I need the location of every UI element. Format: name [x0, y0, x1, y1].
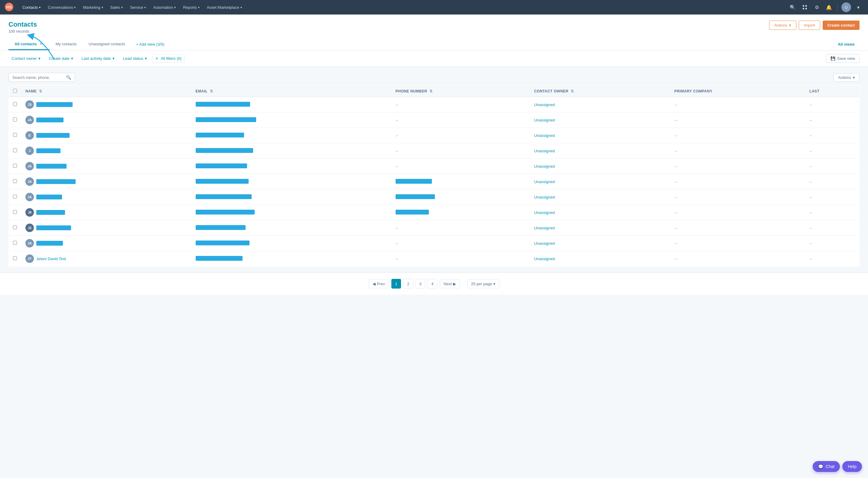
owner-link[interactable]: Unassigned	[534, 195, 555, 199]
apps-icon[interactable]	[800, 2, 810, 12]
phone-sort-icon[interactable]: ⇅	[430, 89, 433, 93]
owner-sort-icon[interactable]: ⇅	[571, 89, 574, 93]
email-sort-icon[interactable]: ⇅	[210, 89, 213, 93]
nav-conversations[interactable]: Conversations ▾	[45, 3, 79, 11]
row-checkbox-cell[interactable]	[9, 159, 22, 174]
table-area: 🔍 Actions ▾ NAME ⇅ EMAIL ⇅ PH	[0, 67, 868, 273]
contact-name-link[interactable]: Jelani David Test	[36, 257, 66, 261]
name-cell: JA	[21, 112, 191, 128]
save-view-button[interactable]: 💾 Save view	[826, 54, 860, 63]
owner-link[interactable]: Unassigned	[534, 257, 555, 261]
search-icon[interactable]: 🔍	[788, 2, 798, 12]
page-2-button[interactable]: 2	[403, 279, 413, 288]
all-views-button[interactable]: All views	[833, 39, 860, 49]
row-checkbox-cell[interactable]	[9, 128, 22, 143]
nav-asset-marketplace[interactable]: Asset Marketplace ▾	[204, 3, 245, 11]
nav-reports[interactable]: Reports ▾	[180, 3, 203, 11]
select-all-checkbox[interactable]	[13, 89, 17, 93]
add-view-button[interactable]: + Add view (3/5)	[131, 39, 169, 49]
search-input[interactable]	[12, 75, 63, 80]
create-date-filter[interactable]: Create date ▾	[46, 55, 76, 62]
filter-lines-icon: ≡	[156, 56, 158, 61]
page-1-button[interactable]: 1	[391, 279, 401, 288]
company-cell: --	[670, 174, 805, 190]
row-checkbox[interactable]	[13, 179, 17, 183]
row-checkbox-cell[interactable]	[9, 143, 22, 159]
company-cell: --	[670, 236, 805, 251]
nav-contacts[interactable]: Contacts ▾	[19, 3, 43, 11]
row-checkbox-cell[interactable]	[9, 190, 22, 205]
notifications-icon[interactable]: 🔔	[824, 2, 834, 12]
user-avatar[interactable]: U	[841, 2, 851, 12]
row-checkbox[interactable]	[13, 195, 17, 199]
tab-my-contacts[interactable]: My contacts	[50, 39, 83, 50]
col-email: EMAIL ⇅	[191, 86, 391, 97]
all-filters-button[interactable]: ≡ All filters (0)	[152, 55, 185, 63]
owner-link[interactable]: Unassigned	[534, 226, 555, 230]
per-page-selector[interactable]: 25 per page ▾	[467, 279, 499, 288]
row-checkbox-cell[interactable]	[9, 220, 22, 236]
name-redacted	[36, 133, 69, 138]
lead-status-caret-icon: ▾	[145, 56, 147, 61]
create-contact-button[interactable]: Create contact	[823, 21, 860, 30]
nav-service[interactable]: Service ▾	[127, 3, 149, 11]
nav-sales[interactable]: Sales ▾	[107, 3, 126, 11]
row-checkbox[interactable]	[13, 133, 17, 137]
company-cell: --	[670, 205, 805, 220]
row-checkbox-cell[interactable]	[9, 112, 22, 128]
owner-link[interactable]: Unassigned	[534, 118, 555, 123]
tab-unassigned-contacts[interactable]: Unassigned contacts	[83, 39, 131, 50]
tab-close-icon[interactable]: ✕	[39, 41, 43, 46]
last-activity-date-filter[interactable]: Last activity date ▾	[79, 55, 118, 62]
hubspot-logo[interactable]: HS	[5, 3, 16, 12]
company-cell: --	[670, 97, 805, 112]
row-checkbox[interactable]	[13, 256, 17, 260]
company-value: --	[675, 226, 677, 230]
row-checkbox[interactable]	[13, 117, 17, 122]
row-checkbox[interactable]	[13, 226, 17, 229]
owner-cell: Unassigned	[530, 205, 670, 220]
row-checkbox-cell[interactable]	[9, 205, 22, 220]
row-checkbox-cell[interactable]	[9, 97, 22, 112]
owner-link[interactable]: Unassigned	[534, 102, 555, 107]
table-row: JTJelani David Test--Unassigned----	[9, 251, 860, 267]
row-checkbox[interactable]	[13, 210, 17, 214]
select-all-cell[interactable]	[9, 86, 22, 97]
row-checkbox[interactable]	[13, 241, 17, 245]
page-3-button[interactable]: 3	[415, 279, 425, 288]
owner-link[interactable]: Unassigned	[534, 149, 555, 153]
owner-link[interactable]: Unassigned	[534, 179, 555, 184]
nav-marketing[interactable]: Marketing ▾	[80, 3, 106, 11]
prev-page-button[interactable]: ◀ Prev	[369, 279, 389, 288]
nav-automation[interactable]: Automation ▾	[150, 3, 179, 11]
row-checkbox[interactable]	[13, 148, 17, 152]
email-cell	[191, 220, 391, 236]
table-body: JS--Unassigned----JA--Unassigned----E--U…	[9, 97, 860, 267]
import-button[interactable]: Import	[799, 21, 820, 30]
row-checkbox[interactable]	[13, 102, 17, 106]
row-checkbox-cell[interactable]	[9, 174, 22, 190]
table-row: JA--Unassigned----	[9, 159, 860, 174]
owner-cell: Unassigned	[530, 174, 670, 190]
phone-cell	[391, 174, 530, 190]
table-row: J--Unassigned----	[9, 143, 860, 159]
page-4-button[interactable]: 4	[428, 279, 437, 288]
owner-link[interactable]: Unassigned	[534, 241, 555, 246]
next-page-button[interactable]: Next ▶	[440, 279, 460, 288]
tab-all-contacts[interactable]: All contacts ✕	[8, 38, 50, 50]
actions-button[interactable]: Actions ▾	[769, 21, 796, 30]
settings-icon[interactable]: ⚙	[812, 2, 822, 12]
email-cell	[191, 159, 391, 174]
row-checkbox[interactable]	[13, 164, 17, 168]
account-caret-icon[interactable]: ▾	[854, 2, 863, 12]
table-actions-button[interactable]: Actions ▾	[834, 73, 860, 82]
row-checkbox-cell[interactable]	[9, 236, 22, 251]
contact-owner-filter[interactable]: Contact owner ▾	[8, 55, 43, 62]
owner-link[interactable]: Unassigned	[534, 210, 555, 215]
name-sort-icon[interactable]: ⇅	[39, 89, 42, 93]
owner-link[interactable]: Unassigned	[534, 133, 555, 138]
row-checkbox-cell[interactable]	[9, 251, 22, 267]
email-redacted	[196, 133, 244, 137]
lead-status-filter[interactable]: Lead status ▾	[120, 55, 150, 62]
owner-link[interactable]: Unassigned	[534, 164, 555, 169]
